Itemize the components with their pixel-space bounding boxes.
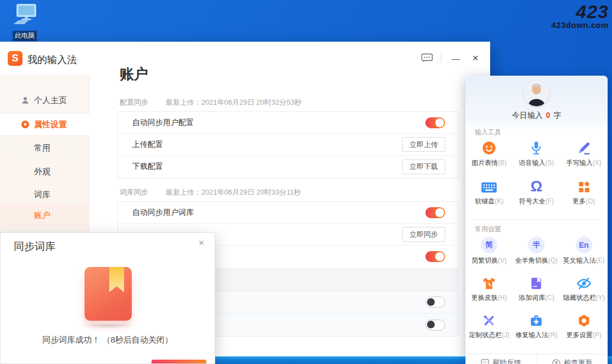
eye-off-icon [560,273,608,291]
this-pc-desktop-icon[interactable]: 此电脑 [5,3,44,41]
feedback-icon [481,359,489,364]
dialog-title: 同步词库 [14,240,55,254]
microphone-icon [513,138,560,156]
tools-icon [465,310,513,328]
watermark-logo: 423 [551,3,609,20]
row-label: 自动同步用户词库 [132,208,194,218]
sidebar-item-label: 外观 [34,167,50,177]
tool-label: 手写输入 [566,159,593,167]
setting-hotkey: (Y) [596,294,605,302]
setting-label: 简繁切换 [471,257,498,264]
setting-label: 隐藏状态栏 [563,294,596,302]
avatar[interactable] [524,81,549,106]
setting-label: 定制状态栏 [469,331,502,339]
nut-gear-icon [560,310,608,328]
tool-label: 图片表情 [471,159,498,167]
dialog-confirm-button[interactable] [151,360,206,364]
setting-label: 修复输入法 [515,331,548,339]
check-update-button[interactable]: 检查更新 [537,354,608,364]
dialog-close-icon[interactable]: × [195,236,208,249]
latest-upload-time: 最新上传：2021年06月29日 20时32分53秒 [166,98,302,106]
sidebar-item-account[interactable]: 账户 [0,204,89,227]
toggle-knob [435,208,444,217]
tools-section-label: 输入工具 [475,128,501,137]
gear-icon [21,120,30,129]
sidebar-item-label: 个人主页 [34,95,67,106]
tshirt-icon [465,273,513,291]
setting-simplified-traditional[interactable]: 简 简繁切换(V) [465,236,513,265]
setting-hotkey: (R) [548,331,558,339]
off-toggle-2[interactable] [425,320,445,331]
setting-customize-statusbar[interactable]: 定制状态栏(J) [465,310,513,340]
setting-hotkey: (C) [545,294,554,302]
hidden-setting-toggle[interactable] [425,251,445,262]
setting-full-half-width[interactable]: 半 全半角切换(Q) [513,236,560,265]
tool-hotkey: (X) [593,159,602,167]
download-now-button[interactable]: 立即下载 [402,160,445,174]
setting-hotkey: (P) [593,331,602,339]
latest-upload-time: 最新上传：2021年06月29日 20时33分11秒 [166,188,301,196]
titlebar-divider [441,54,441,62]
today-suffix: 字 [553,111,561,120]
feedback-button[interactable] [417,50,437,66]
omega-icon: Ω [513,177,560,194]
tool-hotkey: (K) [495,197,503,205]
upload-now-button[interactable]: 立即上传 [402,137,445,152]
setting-repair-ime[interactable]: 修复输入法(R) [513,310,560,340]
window-title: 我的输入法 [27,53,77,66]
tool-soft-keyboard[interactable]: 软键盘(K) [465,177,513,206]
tool-label: 符号大全 [519,197,546,205]
update-icon [552,359,560,364]
tool-emoji[interactable]: 图片表情(B) [465,138,513,168]
user-icon [21,96,30,105]
auto-sync-dict-toggle[interactable] [425,207,445,218]
sync-dict-dialog: 同步词库 × 同步词库成功！ （8秒后自动关闭） [0,232,215,364]
feedback-bubble-icon [421,53,433,63]
sidebar-item-settings[interactable]: 属性设置 [0,113,89,136]
close-button[interactable]: × [467,50,484,66]
setting-more-settings[interactable]: 更多设置(P) [560,310,608,340]
grid-more-icon [560,177,608,194]
help-feedback-label: 帮助反馈 [492,358,521,364]
tool-more[interactable]: 更多(O) [560,177,608,206]
auto-sync-config-toggle[interactable] [425,117,445,128]
avatar-image [524,81,549,106]
sidebar-item-dictionary[interactable]: 词库 [0,183,89,206]
setting-row-auto-sync-config: 自动同步用户配置 [118,112,458,134]
panel-footer: 帮助反馈 检查更新 [465,354,608,364]
sogou-toolbar-panel: 今日输入 0 字 输入工具 图片表情(B) 语音输入(S) 手写输入(X) [465,76,608,364]
tool-voice-input[interactable]: 语音输入(S) [513,138,560,168]
today-prefix: 今日输入 [512,111,543,120]
setting-change-skin[interactable]: 更换皮肤(H) [465,273,513,303]
minimize-button[interactable]: — [447,50,464,66]
off-toggle-1[interactable] [425,297,445,308]
config-sync-card: 自动同步用户配置 上传配置 立即上传 下载配置 立即下载 [117,111,459,178]
tool-hotkey: (F) [546,197,554,205]
panel-header: 今日输入 0 字 [465,76,608,130]
setting-label: 英文输入法 [563,257,596,264]
sidebar-item-common[interactable]: 常用 [0,136,89,160]
sidebar-item-appearance[interactable]: 外观 [0,160,89,183]
settings-section-label: 常用设置 [475,225,501,234]
en-badge-icon: En [560,236,608,253]
tool-label: 更多 [572,197,586,205]
help-feedback-button[interactable]: 帮助反馈 [465,354,537,364]
setting-english-ime[interactable]: En 英文输入法(E) [560,236,608,265]
setting-hotkey: (V) [498,257,507,264]
config-sync-header: 配置同步 最新上传：2021年06月29日 20时32分53秒 [120,98,301,107]
setting-add-dictionary[interactable]: 添加词库(C) [513,273,560,303]
tool-handwriting[interactable]: 手写输入(X) [560,138,608,168]
tool-hotkey: (B) [498,159,507,167]
today-count: 0 [545,111,552,120]
sidebar-item-profile[interactable]: 个人主页 [0,89,89,112]
tool-label: 软键盘 [475,197,495,205]
setting-row-upload-config: 上传配置 立即上传 [118,134,458,156]
setting-hide-statusbar[interactable]: 隐藏状态栏(Y) [560,273,608,303]
row-label: 自动同步用户配置 [132,118,194,128]
today-input-stat: 今日输入 0 字 [465,111,608,121]
tool-symbols[interactable]: Ω 符号大全(F) [513,177,560,206]
sync-now-button[interactable]: 立即同步 [402,227,445,242]
jian-badge-icon: 简 [465,236,513,253]
toggle-knob [435,118,444,127]
setting-hotkey: (E) [596,257,605,264]
